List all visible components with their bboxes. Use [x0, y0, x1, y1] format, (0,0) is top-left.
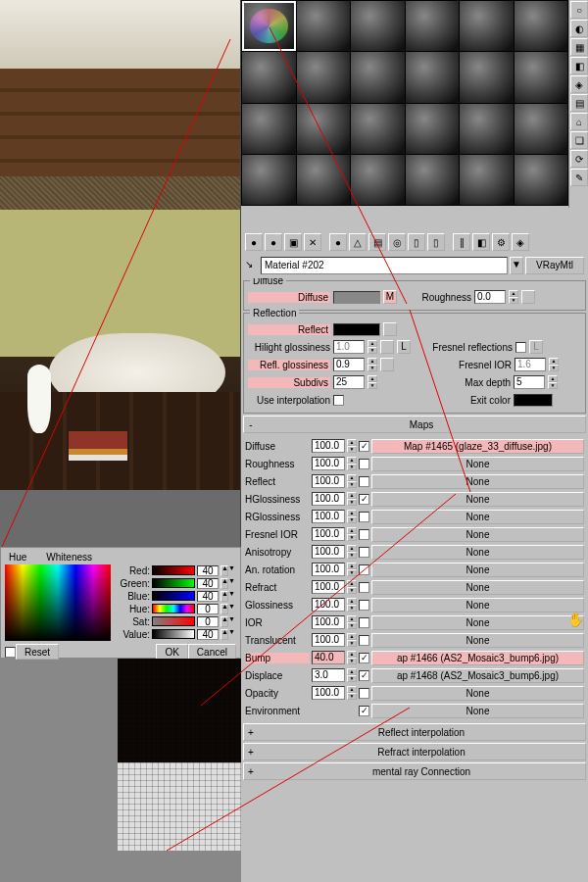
cancel-button[interactable]: Cancel: [188, 644, 236, 660]
toolbar-icon[interactable]: ❏: [570, 131, 588, 149]
material-slot[interactable]: [242, 104, 296, 154]
diffuse-map-button[interactable]: M: [383, 290, 397, 304]
max-depth-spinner[interactable]: ▲▼: [548, 375, 558, 389]
map-amount[interactable]: 100.0: [312, 633, 345, 647]
map-enable-checkbox[interactable]: ✓: [359, 494, 369, 505]
map-enable-checkbox[interactable]: [359, 547, 369, 558]
map-slot-button[interactable]: None: [371, 457, 584, 471]
material-slot[interactable]: [514, 1, 568, 51]
map-enable-checkbox[interactable]: [359, 688, 369, 699]
map-slot-button[interactable]: None: [371, 598, 584, 612]
toolbar-icon[interactable]: ▯: [427, 233, 445, 251]
reset-button[interactable]: Reset: [16, 644, 59, 660]
map-enable-checkbox[interactable]: [359, 635, 369, 646]
map-amount[interactable]: 100.0: [312, 598, 345, 612]
sat-swatch[interactable]: [152, 616, 195, 626]
material-name-dropdown[interactable]: ▼: [510, 257, 523, 274]
map-enable-checkbox[interactable]: [359, 476, 369, 487]
fresnel-ior-spinner[interactable]: ▲▼: [549, 358, 559, 371]
material-name-field[interactable]: Material #202: [261, 257, 508, 274]
maps-rollout-header[interactable]: - Maps: [243, 416, 586, 433]
map-spinner[interactable]: ▲▼: [347, 457, 357, 470]
map-enable-checkbox[interactable]: ✓: [359, 670, 369, 681]
map-spinner[interactable]: ▲▼: [347, 563, 357, 576]
material-slot[interactable]: [406, 52, 460, 102]
map-amount[interactable]: 100.0: [312, 510, 345, 523]
map-spinner[interactable]: ▲▼: [347, 492, 357, 506]
map-spinner[interactable]: ▲▼: [347, 527, 357, 541]
toolbar-icon[interactable]: ▤: [368, 233, 386, 251]
material-slot[interactable]: [297, 52, 351, 102]
map-enable-checkbox[interactable]: [359, 512, 369, 522]
map-slot-button[interactable]: Map #1465 (glaze_33_diffuse.jpg): [371, 439, 584, 454]
map-slot-button[interactable]: None: [371, 686, 584, 701]
map-enable-checkbox[interactable]: ✓: [359, 706, 369, 716]
material-slot[interactable]: [460, 52, 514, 102]
map-slot-button[interactable]: None: [371, 545, 584, 560]
blue-spinner[interactable]: ▲▼: [220, 591, 228, 602]
material-slot[interactable]: [297, 155, 351, 205]
map-amount[interactable]: 100.0: [312, 686, 345, 700]
roughness-value[interactable]: 0.0: [474, 290, 506, 304]
material-slot[interactable]: [514, 155, 568, 205]
blue-swatch[interactable]: [152, 591, 195, 601]
map-enable-checkbox[interactable]: [359, 564, 369, 575]
exit-color-swatch[interactable]: [514, 394, 553, 407]
toolbar-icon[interactable]: △: [349, 233, 367, 251]
toolbar-icon[interactable]: ‖: [453, 233, 470, 251]
rollout-header[interactable]: +Reflect interpolation: [243, 723, 586, 741]
refl-gloss-map-button[interactable]: [380, 358, 394, 371]
fresnel-ior-value[interactable]: 1.6: [514, 358, 546, 371]
map-slot-button[interactable]: None: [371, 492, 584, 507]
map-slot-button[interactable]: ap #1466 (AS2_Mosaic3_bump6.jpg): [371, 651, 584, 665]
fresnel-lock-button[interactable]: L: [529, 340, 543, 354]
map-enable-checkbox[interactable]: [359, 582, 369, 593]
map-slot-button[interactable]: None: [371, 580, 584, 595]
blue-value[interactable]: 40: [197, 591, 219, 602]
map-slot-button[interactable]: None: [371, 704, 584, 718]
diffuse-color-swatch[interactable]: [333, 291, 380, 304]
toolbar-icon[interactable]: ◐: [570, 20, 588, 37]
map-amount[interactable]: 100.0: [312, 580, 345, 594]
reflect-map-button[interactable]: [383, 322, 397, 336]
map-enable-checkbox[interactable]: ✓: [359, 441, 369, 452]
toolbar-icon[interactable]: ●: [265, 233, 282, 251]
material-slot[interactable]: [242, 52, 296, 102]
sat-spinner[interactable]: ▲▼: [220, 616, 228, 627]
material-type-button[interactable]: VRayMtl: [525, 257, 584, 274]
toolbar-icon[interactable]: ✕: [304, 233, 321, 251]
hilight-gloss-spinner[interactable]: ▲▼: [368, 340, 377, 354]
map-spinner[interactable]: ▲▼: [347, 598, 357, 612]
ok-button[interactable]: OK: [156, 644, 187, 660]
toolbar-icon[interactable]: ⟳: [570, 150, 588, 168]
hue-value[interactable]: 0: [197, 604, 219, 614]
material-slot[interactable]: [297, 1, 351, 51]
red-swatch[interactable]: [152, 565, 195, 575]
red-spinner[interactable]: ▲▼: [220, 565, 228, 576]
material-slot[interactable]: [406, 1, 460, 51]
material-slot[interactable]: [460, 1, 514, 51]
material-slot[interactable]: [406, 104, 460, 154]
map-slot-button[interactable]: None: [371, 633, 584, 648]
use-interp-checkbox[interactable]: [333, 395, 344, 406]
material-slot[interactable]: [351, 1, 405, 51]
material-slot[interactable]: [460, 104, 514, 154]
toolbar-icon[interactable]: ⌂: [570, 113, 588, 130]
material-slot[interactable]: [351, 52, 405, 102]
material-slot[interactable]: [514, 52, 568, 102]
toolbar-icon[interactable]: ●: [329, 233, 347, 251]
map-amount[interactable]: 100.0: [312, 563, 345, 576]
map-amount[interactable]: 100.0: [312, 457, 345, 470]
material-slot[interactable]: [460, 155, 514, 205]
material-slot[interactable]: [514, 104, 568, 154]
map-spinner[interactable]: ▲▼: [347, 545, 357, 559]
map-amount[interactable]: 100.0: [312, 474, 345, 488]
map-enable-checkbox[interactable]: [359, 529, 369, 540]
green-value[interactable]: 40: [197, 578, 219, 589]
map-spinner[interactable]: ▲▼: [347, 668, 357, 682]
color-gradient[interactable]: [5, 564, 111, 641]
toolbar-icon[interactable]: ▯: [408, 233, 425, 251]
toolbar-icon[interactable]: ○: [570, 1, 588, 19]
material-slot[interactable]: [351, 155, 405, 205]
cp-unknown-checkbox[interactable]: [5, 647, 16, 658]
